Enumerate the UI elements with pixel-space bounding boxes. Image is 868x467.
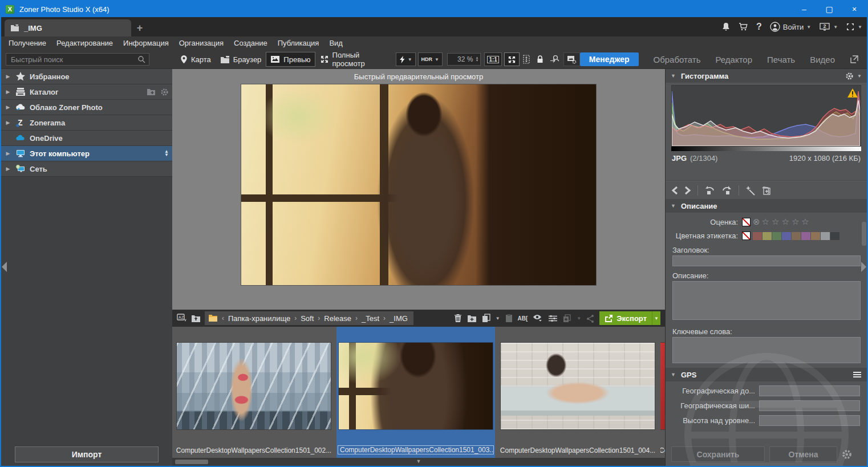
collapse-left-panel-icon[interactable]: [2, 262, 7, 272]
color-swatch[interactable]: [811, 232, 820, 240]
color-swatch[interactable]: [762, 232, 772, 240]
expand-caret-icon[interactable]: ▶: [5, 151, 11, 156]
sidebar-item-favorites[interactable]: ▶ Избранное: [1, 69, 172, 84]
new-folder-icon[interactable]: [467, 314, 477, 323]
search-icon[interactable]: [137, 55, 146, 64]
sidebar-item-catalog[interactable]: ▶ Каталог: [1, 84, 172, 100]
gear-icon[interactable]: [845, 72, 854, 80]
chevron-down-icon[interactable]: ▼: [857, 74, 862, 79]
rename-icon[interactable]: AB[: [518, 315, 528, 322]
close-button[interactable]: ×: [842, 1, 867, 17]
chevron-down-icon[interactable]: ▼: [496, 316, 500, 321]
next-icon[interactable]: [684, 186, 691, 195]
color-swatch[interactable]: [782, 232, 791, 240]
export-dropdown[interactable]: ▼: [652, 311, 660, 325]
expand-caret-icon[interactable]: ▶: [5, 104, 11, 110]
description-field[interactable]: [672, 281, 861, 320]
add-folder-icon[interactable]: [147, 88, 156, 96]
expand-caret-icon[interactable]: ▶: [5, 74, 11, 79]
sort-az-icon[interactable]: AZ: [177, 314, 187, 323]
expand-caret-icon[interactable]: ▶: [5, 120, 11, 125]
expand-caret-icon[interactable]: ▶: [5, 89, 11, 95]
crumb-release[interactable]: Release: [324, 314, 351, 323]
search-input[interactable]: [6, 55, 137, 64]
magic-wand-icon[interactable]: [745, 186, 755, 196]
import-button[interactable]: Импорт: [15, 446, 159, 462]
crumb-storage[interactable]: Папка-хранилище: [228, 314, 290, 323]
color-swatch[interactable]: [801, 232, 810, 240]
color-swatch[interactable]: [830, 232, 839, 240]
crumb-test[interactable]: _Test: [362, 314, 379, 323]
full-view-button[interactable]: Полный просмотр: [315, 52, 391, 67]
mode-video[interactable]: Видео: [810, 55, 835, 64]
rotate-right-icon[interactable]: [721, 186, 732, 195]
cart-icon[interactable]: [739, 22, 748, 31]
gear-icon[interactable]: [160, 88, 169, 96]
zoom-spinner[interactable]: ▲▼: [475, 56, 478, 62]
no-value-swatch[interactable]: [742, 218, 751, 226]
mode-editor[interactable]: Редактор: [715, 55, 752, 64]
scrollbar-thumb[interactable]: [175, 460, 208, 464]
menu-icon[interactable]: [853, 371, 862, 378]
minimize-button[interactable]: –: [792, 1, 817, 17]
thumbnail-image[interactable]: [501, 343, 655, 429]
thumbnail-cell[interactable]: ComputerDesktopWallpapersCollection1501_…: [498, 327, 657, 458]
collapse-down-icon[interactable]: ▼: [416, 458, 421, 464]
no-color-swatch[interactable]: [742, 232, 751, 240]
color-swatch[interactable]: [821, 232, 830, 240]
crumb-soft[interactable]: Soft: [301, 314, 314, 323]
fit-to-screen-button[interactable]: [504, 52, 520, 66]
filter-eye-icon[interactable]: [533, 314, 543, 322]
histogram-header[interactable]: ▼ Гистограмма ▼: [666, 69, 867, 83]
lock-zoom-button[interactable]: [533, 52, 547, 67]
mode-manager[interactable]: Менеджер: [580, 52, 639, 66]
undock-icon[interactable]: [850, 55, 859, 64]
new-tab-button[interactable]: +: [131, 19, 148, 36]
color-swatch[interactable]: [772, 232, 781, 240]
sidebar-item-onedrive[interactable]: OneDrive: [1, 131, 172, 146]
zoom-level-control[interactable]: 32 % ▲▼: [447, 53, 481, 66]
expand-caret-icon[interactable]: ▶: [5, 166, 11, 172]
help-button[interactable]: ?: [756, 22, 762, 32]
browser-button[interactable]: Браузер: [216, 52, 266, 67]
back-chevron-icon[interactable]: ‹: [222, 314, 224, 322]
color-swatch[interactable]: [792, 232, 801, 240]
bell-icon[interactable]: [721, 22, 731, 31]
map-button[interactable]: Карта: [176, 52, 216, 67]
maximize-button[interactable]: ▢: [817, 1, 842, 17]
collapse-right-panel-icon[interactable]: [861, 262, 866, 272]
export-button[interactable]: Экспорт: [599, 311, 652, 325]
tab-img[interactable]: _IMG: [5, 19, 131, 36]
menu-informacia[interactable]: Информация: [118, 36, 174, 50]
preview-settings-button[interactable]: [563, 52, 580, 66]
thumbnail-image[interactable]: [177, 343, 331, 429]
rating-stars[interactable]: ☆☆☆☆☆: [762, 217, 812, 227]
panel-scrollbar-thumb[interactable]: [862, 222, 866, 246]
collapse-caret-icon[interactable]: ▼: [671, 203, 676, 209]
collapse-caret-icon[interactable]: ▼: [671, 73, 676, 79]
login-button[interactable]: Войти ▼: [770, 22, 811, 32]
sidebar-item-this-computer[interactable]: ▶ Этот компьютер ▲▼: [1, 146, 172, 161]
horizontal-scrollbar[interactable]: ▼: [172, 458, 665, 466]
menu-redaktirovanie[interactable]: Редактирование: [51, 36, 118, 50]
preview-button[interactable]: Превью: [266, 52, 315, 67]
trash-icon[interactable]: [454, 314, 462, 323]
thumbnail-image[interactable]: [660, 343, 665, 429]
thumbnail-cell-selected[interactable]: ComputerDesktopWallpapersCollection1501_…: [336, 327, 495, 458]
thumbnail-image[interactable]: [339, 343, 493, 429]
copy-icon[interactable]: [482, 314, 490, 323]
fit-width-button[interactable]: [520, 52, 533, 67]
menu-sozdanie[interactable]: Создание: [229, 36, 273, 50]
rotate-left-icon[interactable]: [704, 186, 715, 195]
folder-up-icon[interactable]: [191, 314, 201, 323]
mode-develop[interactable]: Обработать: [654, 55, 701, 64]
fullscreen-button[interactable]: ▼: [846, 22, 862, 31]
collapse-caret-icon[interactable]: ▼: [671, 372, 676, 377]
crumb-img[interactable]: _IMG: [390, 314, 408, 323]
title-field[interactable]: [672, 255, 861, 266]
color-swatch[interactable]: [753, 232, 762, 240]
hdr-button[interactable]: HDR ▼: [418, 52, 443, 66]
menu-publikacia[interactable]: Публикация: [273, 36, 325, 50]
menu-poluchenie[interactable]: Получение: [3, 36, 51, 50]
thumbnail-cell[interactable]: ComputerDesktopWallpapersCollection1501_…: [175, 327, 333, 458]
